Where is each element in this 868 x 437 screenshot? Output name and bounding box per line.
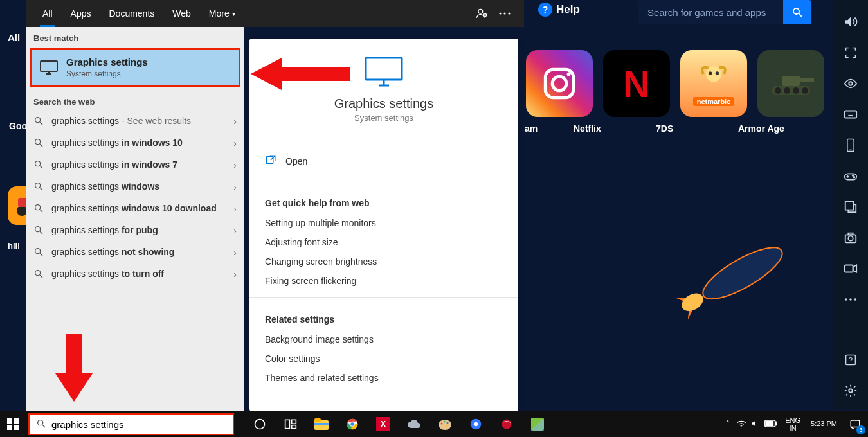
tab-more[interactable]: More▾ [200,0,244,27]
account-icon[interactable] [470,2,493,25]
help-link[interactable]: ? Help [538,3,580,17]
question-icon[interactable]: ? [843,352,858,368]
tb-opera[interactable] [463,411,489,437]
tab-documents[interactable]: Documents [100,0,163,27]
web-result-4[interactable]: graphics settings windows 10 download › [26,198,244,220]
volume-icon[interactable] [843,14,858,30]
tb-paint[interactable] [432,411,458,437]
web-result-text: graphics settings to turn off [51,269,227,280]
help-link-0[interactable]: Setting up multiple monitors [249,213,518,233]
svg-text:?: ? [849,355,853,364]
tb-bluestacks[interactable] [525,411,550,437]
svg-point-98 [441,423,443,425]
games-search-box[interactable]: Search for games and apps [638,0,783,24]
chevron-right-icon: › [233,138,237,148]
chevron-down-icon: ▾ [232,10,235,17]
tray-battery-icon[interactable] [764,420,777,429]
tile-armor-age[interactable] [757,50,824,117]
tab-apps[interactable]: Apps [62,0,100,27]
open-icon [265,154,276,168]
gamepad-icon[interactable] [843,168,858,184]
svg-point-62 [35,161,41,166]
svg-point-103 [474,422,478,427]
tb-chrome[interactable] [339,411,365,437]
category-all-label: All [8,32,20,43]
tb-cloud[interactable] [401,411,427,437]
eye-icon[interactable] [843,76,858,91]
tb-redball[interactable] [494,411,520,437]
tray-language[interactable]: ENG IN [780,416,806,432]
svg-line-63 [40,166,42,168]
annotation-arrow-1 [251,54,354,96]
tray-sound-icon[interactable] [750,419,761,430]
svg-line-67 [40,210,42,212]
svg-rect-36 [845,202,854,210]
keyboard-icon[interactable] [843,107,858,122]
svg-point-72 [35,271,41,276]
help-link-2[interactable]: Changing screen brightness [249,252,518,271]
web-result-text: graphics settings for pubg [51,225,227,236]
svg-rect-109 [776,422,777,425]
search-icon [33,203,45,215]
svg-rect-74 [366,58,402,80]
taskbar-search-box[interactable] [28,413,234,435]
related-link-1[interactable]: Color settings [249,349,518,368]
camera-icon[interactable] [843,230,858,245]
svg-rect-88 [285,420,290,428]
related-link-0[interactable]: Background image settings [249,330,518,349]
tile-instagram[interactable] [526,50,593,117]
svg-line-69 [40,231,42,234]
system-tray[interactable]: ˄ [721,419,780,430]
svg-point-3 [793,8,799,14]
tray-clock[interactable]: 5:23 PM [806,420,842,428]
svg-point-104 [502,420,512,429]
ellipsis-icon[interactable] [493,2,516,25]
games-search-button[interactable] [783,0,811,24]
install-icon[interactable] [843,199,858,215]
tab-web[interactable]: Web [163,0,200,27]
tray-notifications[interactable]: 3 [842,411,868,437]
tab-all[interactable]: All [33,0,62,27]
web-result-0[interactable]: graphics settings - See web results › [26,111,244,132]
tb-explorer[interactable] [309,411,334,437]
svg-point-58 [35,118,41,123]
web-result-2[interactable]: graphics settings in windows 7 › [26,154,244,176]
svg-marker-80 [55,334,93,402]
web-result-7[interactable]: graphics settings to turn off › [26,263,244,285]
tile-7ds[interactable]: netmarble [680,50,747,117]
record-icon[interactable] [843,261,858,276]
best-match-item[interactable]: Graphics settings System settings [30,48,240,87]
svg-point-85 [38,420,43,425]
web-result-6[interactable]: graphics settings not showing › [26,242,244,263]
tray-chevron-icon[interactable]: ˄ [723,420,732,429]
svg-point-42 [845,298,847,301]
web-result-3[interactable]: graphics settings windows › [26,176,244,198]
svg-point-48 [478,9,483,13]
phone-icon[interactable] [843,138,858,153]
more-icon[interactable] [843,292,858,307]
tray-wifi-icon[interactable] [736,419,746,430]
svg-rect-93 [314,423,329,425]
web-result-5[interactable]: graphics settings for pubg › [26,220,244,242]
detail-open[interactable]: Open [249,148,518,174]
related-link-2[interactable]: Themes and related settings [249,368,518,388]
tb-cortana[interactable] [247,411,273,437]
help-link-1[interactable]: Adjusting font size [249,233,518,252]
help-link-3[interactable]: Fixing screen flickering [249,271,518,290]
svg-rect-77 [266,157,273,164]
tile-label-netflix: Netflix [574,123,601,134]
start-button[interactable] [0,411,26,437]
svg-point-54 [508,12,510,14]
search-icon [33,247,45,258]
tb-taskview[interactable] [278,411,303,437]
svg-line-71 [40,253,42,256]
rocket-decoration [640,211,813,357]
tb-xapp[interactable]: X [370,411,396,437]
gear-icon[interactable] [843,383,858,398]
chevron-right-icon: › [233,204,237,214]
tile-netflix[interactable]: N [603,50,670,117]
web-result-1[interactable]: graphics settings in windows 10 › [26,132,244,154]
taskbar-search-input[interactable] [51,419,226,430]
svg-rect-90 [292,425,296,429]
fullscreen-icon[interactable] [843,45,858,60]
